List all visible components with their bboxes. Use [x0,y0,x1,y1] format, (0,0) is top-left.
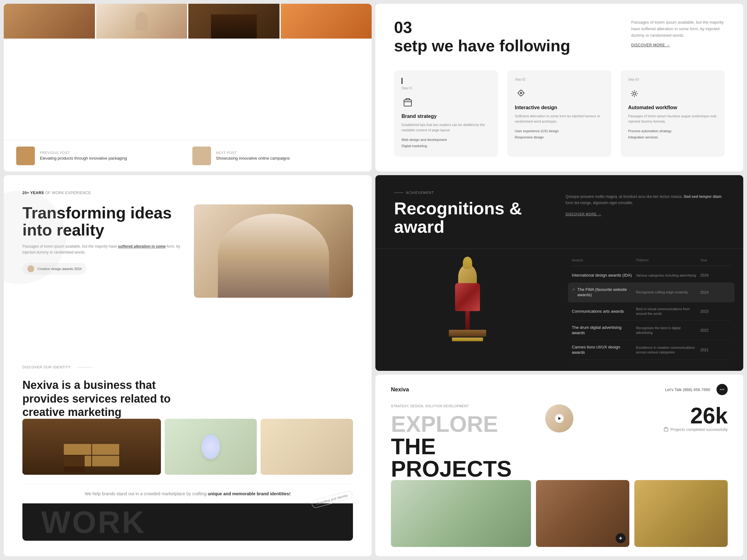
award-row-4: Cannes lions UI/UX design awardsExcellen… [572,340,731,360]
step-features-1: Web design and development Digital marke… [402,137,491,149]
strategy-label: STRATEGY, DESIGN, SOLUTION DEVELOPMENT [391,404,536,408]
col-head-year: Year [700,258,731,262]
photo-3 [188,4,280,38]
project-card-1 [391,480,531,547]
play-triangle [558,417,561,420]
step-num-2: Step 02 [515,78,604,81]
agency-main: Transforming ideas into reality Passages… [22,205,353,353]
award-badge: Creative design awards 2024 [22,263,86,275]
award-icon [27,265,34,272]
nexiva-hero-left: STRATEGY, DESIGN, SOLUTION DEVELOPMENT E… [391,404,536,480]
step-desc-3: Passages of lorem ipsum faucibus augue s… [628,113,717,124]
photo-1 [4,4,95,38]
next-title: Showcasing innovative online campaigns [216,156,359,161]
award-row-2: Communications arts awardsBest in visual… [572,302,731,321]
explore-headline: EXPLORE THE PROJECTS [391,413,536,480]
next-post-thumb [192,146,211,165]
trio-photo-1 [22,419,161,475]
right-column: ACHIEVEMENT Recognitions & award Quisque… [376,175,743,556]
award-year-1: 2024 [700,290,731,295]
svg-point-3 [520,92,522,94]
project-card-3 [634,480,728,547]
agency-tagline: Nexiva is a business that provides servi… [22,378,178,419]
trophy-area [376,249,559,371]
col-head-awards: Awards [572,258,633,262]
steps-description: Passages of lorem ipsum available, but t… [631,19,725,47]
agency-left: Transforming ideas into reality Passages… [22,205,181,353]
step-features-3: Process automation strategy Integration … [628,128,717,141]
award-platform-4: Excellence in creative communications ac… [636,345,697,355]
nexiva-panel: Nexiva Let's Talk (888) 456.7890 [376,375,743,556]
nexiva-nav: Let's Talk (888) 456.7890 [665,384,728,395]
prev-post-thumb [16,146,35,165]
step-num-1: Step 01 [402,86,491,90]
steps-desc-text: Passages of lorem ipsum available, but t… [631,19,725,38]
achievement-label: ACHIEVEMENT [394,191,553,194]
prev-post[interactable]: PREVIOUS POST Elevating products through… [16,146,183,165]
box-icon [403,97,413,107]
discover-identity-link[interactable]: DISCOVER OUR IDENTITY [22,365,71,369]
explore-text-light: EXPLORE [391,411,498,436]
photo-4 [281,4,372,38]
step-icon-3 [628,87,641,100]
svg-point-9 [722,389,723,390]
avatar-play-button[interactable] [545,404,573,432]
svg-rect-0 [404,100,411,106]
step-title-2: Interactive design [515,105,604,110]
plus-icon [618,536,623,540]
discover-identity-row: DISCOVER OUR IDENTITY [22,365,353,369]
person-photo [194,205,353,298]
stat-label: Projects completed successfully [664,427,728,432]
years-badge: 20+ YEARS OF WORK EXPERIENCE [22,191,91,195]
projects-text: PROJECTS [391,458,536,480]
main-layout: PREVIOUS POST Elevating products through… [0,0,747,560]
svg-point-10 [720,389,721,390]
award-year-0: 2024 [700,273,731,277]
step-desc-2: Sufficient altercation in some form by i… [515,113,604,124]
step-icon-2 [515,87,527,100]
brand-tagline-text: We help brands stand out in a crowded ma… [22,490,353,497]
svg-point-8 [633,92,636,95]
recognition-middle: Awards Platform Year International desig… [376,249,743,371]
awards-rows: International design awards (IDA)Various… [572,268,731,360]
prev-post-meta: PREVIOUS POST Elevating products through… [40,151,183,161]
steps-grid: Step 01 Brand strategy Established tips … [394,70,725,157]
rec-discover-link[interactable]: DISCOVER MORE → [566,212,725,216]
project-card-2 [536,480,629,547]
step-card-2: Step 02 Interactive design Sufficient al… [507,70,611,157]
work-banner: WORK [22,503,353,541]
svg-point-11 [723,389,724,390]
award-year-4: 2021 [700,348,731,352]
step-bar-1 [402,78,403,84]
agency-header: 20+ YEARS OF WORK EXPERIENCE [22,191,353,195]
trio-photo-2 [165,419,257,475]
agency-right [194,205,353,353]
years-label: OF WORK EXPERIENCE [45,191,91,195]
window-shape [22,419,161,475]
next-post-meta: NEXT POST Showcasing innovative online c… [216,151,359,161]
photo-trio [22,419,353,475]
gear-icon [629,89,639,99]
rec-desc: Quisque posuere mollis magna, at tincidu… [566,194,725,206]
step-title-3: Automated workflow [628,105,717,110]
next-post[interactable]: NEXT POST Showcasing innovative online c… [192,146,359,165]
award-platform-3: Recognises the best in digital advertisi… [636,326,697,336]
nexiva-menu-button[interactable] [717,384,728,395]
awards-table: Awards Platform Year International desig… [559,249,743,371]
steps-discover-link[interactable]: DISCOVER MORE → [631,43,725,47]
nexiva-hero: STRATEGY, DESIGN, SOLUTION DEVELOPMENT E… [391,404,728,480]
award-badge-text: Creative design awards 2024 [37,267,81,271]
photo-grid-top [4,4,371,41]
trophy-sim [436,258,499,358]
nexiva-right: 26k Projects completed successfully [583,404,728,432]
nexiva-header: Nexiva Let's Talk (888) 456.7890 [391,384,728,395]
project-plus-button[interactable] [616,533,626,543]
projects-icon [664,427,669,432]
recognition-panel: ACHIEVEMENT Recognitions & award Quisque… [376,175,743,371]
award-platform-0: Various categories including advertising [636,273,697,278]
steps-subtitle: setp we have following [394,37,570,55]
award-name-2: Communications arts awards [572,309,633,314]
nexiva-logo: Nexiva [391,386,409,393]
steps-title-block: 03 setp we have following [394,19,570,55]
col-head-platform: Platform [636,258,697,262]
